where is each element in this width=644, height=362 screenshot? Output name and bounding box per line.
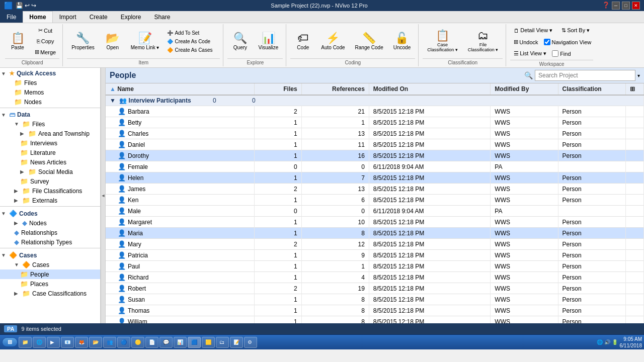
sidebar-item-rel-types[interactable]: ◆ Relationship Types bbox=[0, 237, 100, 247]
sidebar-item-cases[interactable]: ▼ 🔶 Cases bbox=[0, 260, 100, 269]
merge-button[interactable]: ⊞ Merge bbox=[31, 47, 59, 57]
table-row[interactable]: 👤 William 1 8 8/5/2015 12:18 PM WWS Pers… bbox=[106, 316, 644, 324]
col-header-name[interactable]: ▲ Name bbox=[106, 83, 254, 95]
detail-view-button[interactable]: 🗒 Detail View ▾ bbox=[510, 25, 556, 36]
sidebar-section-quick-access[interactable]: ▼ ★ Quick Access bbox=[0, 68, 100, 78]
tab-create[interactable]: Create bbox=[83, 11, 114, 23]
taskbar-outlook[interactable]: 📧 bbox=[61, 337, 74, 348]
sidebar-item-social[interactable]: ▶ 📁 Social Media bbox=[0, 167, 100, 176]
taskbar-settings[interactable]: ⚙ bbox=[244, 337, 257, 348]
undock-button[interactable]: ⊞ Undock bbox=[510, 37, 541, 47]
table-row[interactable]: 👤 Barbara 2 21 8/5/2015 12:18 PM WWS Per… bbox=[106, 106, 644, 117]
table-row[interactable]: 👤 Patricia 1 9 8/5/2015 12:18 PM WWS Per… bbox=[106, 250, 644, 261]
search-input[interactable] bbox=[535, 70, 635, 81]
file-classification-button[interactable]: 🗂 FileClassification ▾ bbox=[463, 28, 503, 55]
table-row[interactable]: 👤 Maria 1 8 8/5/2015 12:18 PM WWS Person bbox=[106, 228, 644, 239]
start-button[interactable]: ⊞ bbox=[2, 337, 18, 347]
undo-icon[interactable]: ↩ bbox=[25, 2, 30, 9]
sidebar-toggle[interactable]: ◄ bbox=[101, 68, 106, 323]
table-row[interactable]: 👤 Robert 2 19 8/5/2015 12:18 PM WWS Pers… bbox=[106, 283, 644, 294]
sidebar-item-nodes[interactable]: ▶ ◆ Nodes bbox=[0, 218, 100, 228]
col-header-files[interactable]: Files bbox=[254, 83, 301, 95]
col-header-references[interactable]: References bbox=[301, 83, 369, 95]
sidebar-item-survey[interactable]: 📁 Survey bbox=[0, 176, 100, 186]
sidebar-item-memos[interactable]: 📁 Memos bbox=[0, 87, 100, 97]
social-expand[interactable]: ▶ bbox=[20, 169, 26, 174]
col-header-classification[interactable]: Classification bbox=[558, 83, 625, 95]
table-row[interactable]: 👤 Mary 2 12 8/5/2015 12:18 PM WWS Person bbox=[106, 239, 644, 250]
caseclass-expand[interactable]: ▶ bbox=[14, 291, 20, 296]
fileclass-expand[interactable]: ▶ bbox=[14, 188, 20, 194]
table-row[interactable]: 👤 Margaret 1 10 8/5/2015 12:18 PM WWS Pe… bbox=[106, 217, 644, 228]
data-expand[interactable]: ▼ bbox=[1, 112, 7, 118]
sidebar-item-literature[interactable]: 📁 Literature bbox=[0, 148, 100, 157]
table-row[interactable]: 👤 Female 0 0 6/11/2018 9:04 AM PA bbox=[106, 161, 644, 172]
minimize-btn[interactable]: ─ bbox=[612, 2, 620, 10]
sidebar-item-file-class[interactable]: ▶ 📁 File Classifications bbox=[0, 186, 100, 196]
table-row[interactable]: 👤 Susan 1 8 8/5/2015 12:18 PM WWS Person bbox=[106, 294, 644, 305]
files-expand[interactable]: ▼ bbox=[14, 121, 20, 127]
tab-explore[interactable]: Explore bbox=[114, 11, 148, 23]
taskbar-acrobat[interactable]: 📄 bbox=[145, 337, 158, 348]
close-btn[interactable]: ✕ bbox=[632, 2, 640, 10]
sidebar-item-files-qa[interactable]: 📁 Files bbox=[0, 78, 100, 87]
search-options-btn[interactable]: ▾ bbox=[637, 73, 640, 78]
table-row[interactable]: 👤 James 2 13 8/5/2015 12:18 PM WWS Perso… bbox=[106, 184, 644, 195]
area-expand[interactable]: ▶ bbox=[20, 131, 26, 136]
sidebar-item-relationships[interactable]: ◆ Relationships bbox=[0, 228, 100, 237]
sidebar-item-area-township[interactable]: ▶ 📁 Area and Township bbox=[0, 129, 100, 138]
create-as-cases-button[interactable]: 🔶 Create As Cases bbox=[165, 46, 220, 54]
auto-code-button[interactable]: ⚡ Auto Code bbox=[316, 30, 349, 53]
taskbar-chrome[interactable]: 🟡 bbox=[131, 337, 144, 348]
externals-expand[interactable]: ▶ bbox=[14, 198, 20, 203]
memo-link-button[interactable]: 📝 Memo Link ▾ bbox=[126, 30, 164, 53]
redo-icon[interactable]: ↪ bbox=[31, 2, 36, 9]
sidebar-item-nodes[interactable]: 📁 Nodes bbox=[0, 97, 100, 107]
col-header-extra[interactable]: ⊞ bbox=[625, 83, 643, 95]
open-button[interactable]: 📂 Open bbox=[100, 30, 125, 53]
sidebar-section-cases[interactable]: ▼ 🔶 Cases bbox=[0, 249, 100, 260]
add-to-set-button[interactable]: ➕ Add To Set bbox=[165, 29, 220, 37]
table-row[interactable]: 👤 Ken 1 6 8/5/2015 12:18 PM WWS Person bbox=[106, 195, 644, 206]
cut-button[interactable]: ✂ Cut bbox=[31, 25, 59, 36]
group-collapse-icon[interactable]: ▼ bbox=[110, 97, 116, 104]
sidebar-item-files-data[interactable]: ▼ 📁 Files bbox=[0, 119, 100, 129]
taskbar-files[interactable]: 📂 bbox=[89, 337, 102, 348]
col-header-modified-by[interactable]: Modified By bbox=[491, 83, 558, 95]
query-button[interactable]: 🔍 Query bbox=[227, 30, 253, 53]
table-row[interactable]: 👤 Male 0 0 6/11/2018 9:04 AM PA bbox=[106, 206, 644, 217]
table-row[interactable]: 👤 Richard 1 4 8/5/2015 12:18 PM WWS Pers… bbox=[106, 272, 644, 283]
case-classification-button[interactable]: 📋 CaseClassification ▾ bbox=[423, 28, 462, 55]
table-row[interactable]: 👤 Dorothy 1 16 8/5/2015 12:18 PM WWS Per… bbox=[106, 150, 644, 161]
maximize-btn[interactable]: □ bbox=[622, 2, 630, 10]
col-header-modified-on[interactable]: Modified On bbox=[369, 83, 491, 95]
taskbar-firefox[interactable]: 🦊 bbox=[75, 337, 88, 348]
table-row[interactable]: 👤 Paul 1 1 8/5/2015 12:18 PM WWS Person bbox=[106, 261, 644, 272]
copy-button[interactable]: ⎘ Copy bbox=[31, 36, 59, 46]
taskbar-skype[interactable]: 💬 bbox=[159, 337, 173, 348]
range-code-button[interactable]: 📏 Range Code bbox=[351, 30, 388, 53]
taskbar-ie[interactable]: 🌐 bbox=[33, 337, 46, 348]
nodes-expand[interactable]: ▶ bbox=[14, 220, 20, 226]
uncode-button[interactable]: 🔓 Uncode bbox=[389, 30, 415, 53]
table-row[interactable]: 👤 Betty 1 1 8/5/2015 12:18 PM WWS Person bbox=[106, 117, 644, 128]
sidebar-item-externals[interactable]: ▶ 📁 Externals bbox=[0, 196, 100, 205]
taskbar-files2[interactable]: 🗂 bbox=[216, 337, 229, 348]
sidebar-item-interviews[interactable]: 📁 Interviews bbox=[0, 138, 100, 148]
taskbar-meeting[interactable]: 👥 bbox=[103, 337, 116, 348]
navigation-view-checkbox[interactable]: Navigation View bbox=[544, 39, 592, 45]
taskbar-sticky[interactable]: 🟨 bbox=[202, 337, 215, 348]
sidebar-item-news[interactable]: 📁 News Articles bbox=[0, 157, 100, 167]
sidebar-item-case-class[interactable]: ▶ 📁 Case Classifications bbox=[0, 289, 100, 298]
taskbar-media[interactable]: ▶ bbox=[47, 337, 60, 348]
sidebar-item-people[interactable]: 📁 People bbox=[0, 269, 100, 279]
codes-expand[interactable]: ▼ bbox=[1, 211, 7, 216]
sidebar-section-codes[interactable]: ▼ 🔷 Codes bbox=[0, 208, 100, 218]
create-as-code-button[interactable]: 🔷 Create As Code bbox=[165, 38, 220, 45]
list-view-button[interactable]: ☰ List View ▾ bbox=[510, 48, 550, 59]
table-row[interactable]: 👤 Thomas 1 8 8/5/2015 12:18 PM WWS Perso… bbox=[106, 305, 644, 316]
visualize-button[interactable]: 📊 Visualize bbox=[254, 30, 283, 53]
properties-button[interactable]: 🔧 Properties bbox=[67, 30, 99, 53]
help-icon[interactable]: ❓ bbox=[602, 2, 610, 10]
sidebar-item-places[interactable]: 📁 Places bbox=[0, 279, 100, 289]
